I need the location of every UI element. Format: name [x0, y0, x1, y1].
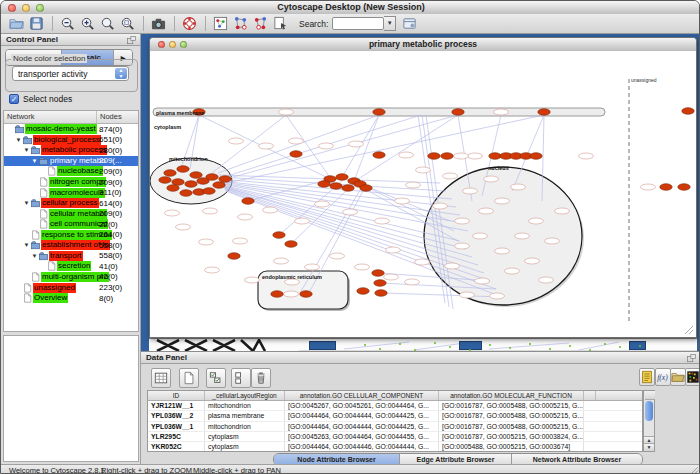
network-node[interactable] [511, 184, 526, 190]
layout-blue-button[interactable] [231, 15, 249, 32]
network-node[interactable] [190, 172, 202, 179]
disclosure-triangle-icon[interactable]: ▼ [31, 253, 38, 259]
tree-row[interactable]: multi-organism pro42(0) [4, 272, 139, 283]
network-node[interactable] [539, 277, 554, 283]
network-node[interactable] [355, 264, 370, 270]
network-edge[interactable] [212, 115, 286, 173]
network-node[interactable] [484, 176, 499, 182]
network-node[interactable] [468, 153, 483, 159]
open-button[interactable] [7, 15, 25, 32]
network-node[interactable] [315, 201, 330, 207]
tree-col-network[interactable]: Network [4, 111, 97, 123]
table-corner-button[interactable] [645, 391, 655, 400]
network-node[interactable] [395, 198, 410, 204]
network-node[interactable] [300, 291, 312, 298]
table-row[interactable]: YLR295Ccytoplasm[GO:0045263, GO:0044464,… [148, 432, 642, 442]
network-node[interactable] [167, 185, 179, 192]
network-node[interactable] [515, 233, 530, 239]
network-node[interactable] [205, 267, 220, 273]
search-input[interactable] [332, 17, 384, 30]
table-scrollbar[interactable]: ▲ ▼ [643, 390, 655, 452]
network-close-button[interactable] [158, 41, 165, 48]
network-node[interactable] [428, 153, 440, 160]
network-node[interactable] [228, 253, 240, 260]
search-config-button[interactable] [400, 15, 418, 32]
save-button[interactable] [27, 15, 45, 32]
network-node[interactable] [416, 167, 431, 173]
network-node[interactable] [433, 203, 448, 209]
tree-row[interactable]: cell communicat22(0) [4, 219, 139, 230]
network-node[interactable] [279, 109, 294, 115]
window-resize-grip-icon[interactable] [690, 466, 699, 474]
network-node[interactable] [271, 291, 283, 298]
annotation-button[interactable] [271, 15, 289, 32]
tree-row[interactable]: ▼primary metabo209(... [4, 156, 139, 167]
network-node[interactable] [330, 253, 345, 259]
table-row[interactable]: YPL036W__1mitochondrion[GO:0044464, GO:0… [148, 422, 642, 432]
network-node[interactable] [259, 143, 274, 149]
layout-red-button[interactable] [251, 15, 269, 32]
network-node[interactable] [682, 108, 694, 115]
new-document-button[interactable] [179, 368, 199, 388]
tree-row[interactable]: macromolecule311(0) [4, 187, 139, 198]
table-column-header[interactable]: ID [148, 391, 205, 400]
network-node[interactable] [495, 248, 510, 254]
select-nodes-checkbox[interactable]: ✓ [9, 94, 19, 104]
network-node[interactable] [203, 188, 215, 195]
network-node[interactable] [579, 153, 594, 159]
scrollbar-thumb[interactable] [645, 401, 653, 421]
network-node[interactable] [290, 151, 302, 158]
network-node[interactable] [318, 181, 330, 188]
snapshot-button[interactable] [149, 15, 167, 32]
table-column-header[interactable]: _cellularLayoutRegion [205, 391, 285, 400]
network-node[interactable] [360, 185, 372, 192]
network-node[interactable] [505, 268, 520, 274]
zoom-selected-button[interactable] [118, 15, 136, 32]
scroll-down-icon[interactable]: ▼ [644, 443, 654, 451]
zoom-out-button[interactable] [58, 15, 76, 32]
network-node[interactable] [245, 277, 260, 283]
network-node[interactable] [529, 218, 544, 224]
tree-row[interactable]: nitrogen compo209(0) [4, 177, 139, 188]
network-node[interactable] [295, 218, 310, 224]
attribute-list-button[interactable] [639, 368, 655, 386]
network-node[interactable] [452, 109, 464, 116]
table-row[interactable]: YPL036W__2plasma membrane[GO:0044464, GO… [148, 411, 642, 421]
table-column-header[interactable]: annotation.GO MOLECULAR_FUNCTION [439, 391, 584, 400]
network-node[interactable] [455, 243, 470, 249]
network-node[interactable] [330, 183, 342, 190]
network-node[interactable] [289, 138, 304, 144]
network-edge[interactable] [352, 115, 458, 183]
network-node[interactable] [455, 218, 470, 224]
network-node[interactable] [199, 239, 214, 245]
network-node[interactable] [242, 198, 254, 205]
tree-row[interactable]: Overview8(0) [4, 293, 139, 304]
float-data-panel-icon[interactable] [687, 354, 696, 363]
network-node[interactable] [660, 184, 672, 191]
table-row[interactable]: YKR052Ccytoplasm[GO:0044464, GO:0044446,… [148, 442, 642, 452]
network-node[interactable] [238, 214, 253, 220]
network-node[interactable] [159, 177, 171, 184]
zoom-fit-button[interactable] [98, 15, 116, 32]
disclosure-triangle-icon[interactable]: ▼ [23, 147, 30, 153]
zoom-in-button[interactable] [78, 15, 96, 32]
tree-row[interactable]: ▼establishment of lo558(0) [4, 240, 139, 251]
zoom-window-button[interactable] [36, 4, 44, 12]
network-node[interactable] [399, 152, 414, 158]
network-node[interactable] [490, 293, 505, 299]
network-node[interactable] [405, 279, 420, 285]
network-edge[interactable] [279, 181, 342, 235]
network-minimize-button[interactable] [169, 41, 176, 48]
tree-row[interactable]: ▼biological_process651(0) [4, 135, 139, 146]
network-node[interactable] [375, 290, 387, 297]
disclosure-triangle-icon[interactable]: ▼ [15, 137, 22, 143]
table-row[interactable]: YJR121W__1mitochondrion[GO:0045267, GO:0… [148, 401, 642, 411]
network-node[interactable] [678, 184, 690, 191]
network-node[interactable] [180, 190, 192, 197]
table-column-header[interactable] [584, 391, 596, 400]
network-node[interactable] [172, 179, 184, 186]
network-node[interactable] [213, 182, 225, 189]
network-node[interactable] [219, 176, 231, 183]
disclosure-triangle-icon[interactable]: ▼ [23, 242, 30, 248]
network-node[interactable] [454, 153, 469, 159]
